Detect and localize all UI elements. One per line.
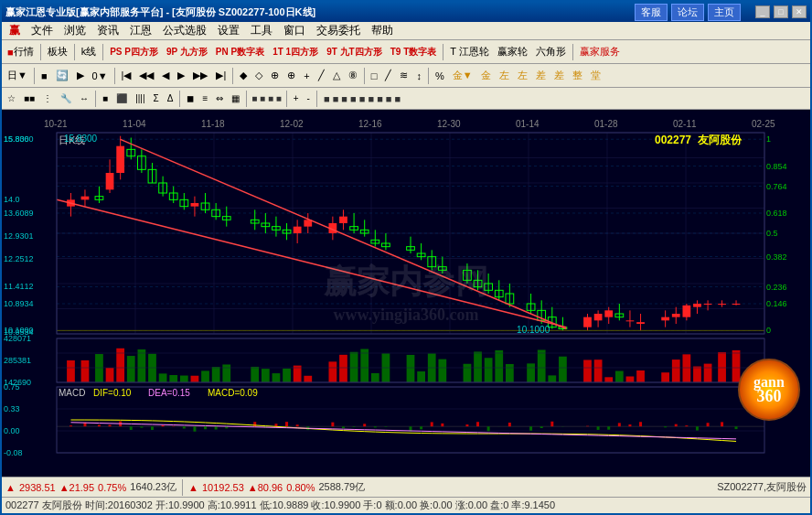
toolbar-row-2: 日▼ ■ 🔄 ▶ 0▼ |◀ ◀◀ ◀ ▶ ▶▶ ▶| ◆ ◇ ⊕ ⊕ + ╱ … <box>2 64 810 88</box>
toolbar-row-3: ☆ ■■ ⋮ 🔧 ↔ ■ ⬛ |||| Σ Δ ◼ ≡ ⇔ ▦ ■ ■ ■ ■ … <box>2 88 810 110</box>
tb-gold2[interactable]: 金 <box>477 66 495 86</box>
tb-ying-wheel[interactable]: 赢家轮 <box>494 42 531 62</box>
tb3-5[interactable]: ↔ <box>76 89 92 109</box>
tb-t1[interactable]: ◆ <box>236 66 251 86</box>
tb-draw3[interactable]: ≋ <box>396 66 411 86</box>
tb-gold5[interactable]: 差 <box>532 66 550 86</box>
tb-r4[interactable]: 0▼ <box>89 66 112 86</box>
menu-ying[interactable]: 赢 <box>4 22 26 39</box>
tb-9p-4[interactable]: 9P 九方形 <box>163 42 211 62</box>
tb-t9-num[interactable]: T9 T数字表 <box>387 42 441 62</box>
luntan-button[interactable]: 论坛 <box>671 4 704 21</box>
tb-gold6[interactable]: 差 <box>550 66 568 86</box>
index1-change: ▲21.95 <box>59 482 94 493</box>
tb-t6[interactable]: ╱ <box>315 66 328 86</box>
tb-nav1[interactable]: |◀ <box>118 66 135 86</box>
sep1 <box>40 44 41 60</box>
tb-day[interactable]: 日▼ <box>4 66 31 86</box>
tb-ying-service[interactable]: 赢家服务 <box>576 42 624 62</box>
tb-gold1[interactable]: 金▼ <box>449 66 476 86</box>
tb3-8[interactable]: |||| <box>132 89 148 109</box>
tb-draw4[interactable]: ↕ <box>412 66 425 86</box>
tb-gold4[interactable]: 左 <box>514 66 531 86</box>
tb-ps-4[interactable]: PS P四方形 <box>106 42 162 62</box>
tb-kline[interactable]: k线 <box>78 42 101 62</box>
index2-vol: 2588.79亿 <box>318 480 365 494</box>
status-bar-2: 002277 友阿股份 时间:20160302 开:10.9900 高:10.9… <box>2 497 810 513</box>
svg-text:360: 360 <box>757 387 782 405</box>
zhuye-button[interactable]: 主页 <box>708 4 741 21</box>
tb3-13[interactable]: ⇔ <box>212 89 227 109</box>
tb3-zoom-in[interactable]: + <box>290 89 303 109</box>
tb-9t-4[interactable]: 9T 九T四方形 <box>323 42 386 62</box>
tb-draw2[interactable]: ╱ <box>381 66 395 86</box>
tb-jiangen-wheel[interactable]: T 江恩轮 <box>446 42 493 62</box>
sep2 <box>74 44 75 60</box>
tb3-zoom-out[interactable]: - <box>304 89 314 109</box>
tb-t4[interactable]: ⊕ <box>283 66 299 86</box>
tb-gold8[interactable]: 堂 <box>587 66 604 86</box>
menu-formula[interactable]: 公式选股 <box>157 22 212 39</box>
tb3-11[interactable]: ◼ <box>183 89 198 109</box>
tb-t7[interactable]: △ <box>329 66 344 86</box>
index1-pct: 0.75% <box>98 482 126 493</box>
tb3-6[interactable]: ■ <box>99 89 112 109</box>
sep8 <box>232 68 233 84</box>
tb3-1[interactable]: ☆ <box>4 89 19 109</box>
tb-gold7[interactable]: 整 <box>569 66 586 86</box>
kefu-button[interactable]: 客服 <box>635 4 668 21</box>
chart-area[interactable]: 赢家内参网 www.yingjia360.com gann 360 <box>2 110 810 477</box>
sep7 <box>114 68 115 84</box>
tb-hexagon[interactable]: 六角形 <box>532 42 570 62</box>
tb-nav2[interactable]: ◀◀ <box>135 66 157 86</box>
tb-t3[interactable]: ⊕ <box>267 66 283 86</box>
tb3-2[interactable]: ■■ <box>20 89 38 109</box>
maximize-button[interactable]: □ <box>774 5 788 18</box>
tb3-10[interactable]: Δ <box>164 89 177 109</box>
tb3-12[interactable]: ≡ <box>198 89 211 109</box>
tb-nav3[interactable]: ◀ <box>158 66 173 86</box>
sep13 <box>246 91 247 107</box>
tb-r3[interactable]: ▶ <box>73 66 88 86</box>
close-button[interactable]: ✕ <box>792 5 807 18</box>
menu-browse[interactable]: 浏览 <box>59 22 91 39</box>
tb-bankuai[interactable]: 板块 <box>44 42 71 62</box>
menu-settings[interactable]: 设置 <box>212 22 245 39</box>
tb-nav5[interactable]: ▶▶ <box>189 66 211 86</box>
tb-pct[interactable]: % <box>432 66 448 86</box>
status-bar-1: ▲ 2938.51 ▲21.95 0.75% 1640.23亿 ▲ 10192.… <box>2 477 810 497</box>
tb-t8[interactable]: ⑧ <box>345 66 361 86</box>
tb-nav4[interactable]: ▶ <box>174 66 188 86</box>
menu-trade[interactable]: 交易委托 <box>311 22 366 39</box>
tb3-7[interactable]: ⬛ <box>112 89 131 109</box>
gann-logo: gann 360 <box>737 358 801 422</box>
sep3 <box>102 44 103 60</box>
sep5 <box>572 44 573 60</box>
index2-change: ▲80.96 <box>248 482 283 493</box>
menu-file[interactable]: 文件 <box>26 22 59 39</box>
tb3-9[interactable]: Σ <box>150 89 163 109</box>
tb3-4[interactable]: 🔧 <box>57 89 75 109</box>
tb-t5[interactable]: + <box>300 66 313 86</box>
tb-nav6[interactable]: ▶| <box>212 66 230 86</box>
menu-window[interactable]: 窗口 <box>278 22 311 39</box>
menu-help[interactable]: 帮助 <box>366 22 399 39</box>
sep6 <box>34 68 35 84</box>
menu-jiangen[interactable]: 江恩 <box>124 22 157 39</box>
menu-news[interactable]: 资讯 <box>91 22 124 39</box>
tb3-14[interactable]: ▦ <box>228 89 243 109</box>
tb-r2[interactable]: 🔄 <box>52 66 72 86</box>
tb-r1[interactable]: ■ <box>37 66 51 86</box>
sep9 <box>364 68 365 84</box>
minimize-button[interactable]: _ <box>755 5 770 18</box>
sep-status1 <box>182 479 183 496</box>
tb3-3[interactable]: ⋮ <box>39 89 56 109</box>
menu-tools[interactable]: 工具 <box>245 22 278 39</box>
tb-draw1[interactable]: □ <box>368 66 381 86</box>
tb-hangqing[interactable]: ■行情 <box>4 42 37 62</box>
main-chart-canvas[interactable] <box>2 110 810 477</box>
tb-gold3[interactable]: 左 <box>496 66 513 86</box>
tb-1t-4[interactable]: 1T 1四方形 <box>269 42 322 62</box>
tb-t2[interactable]: ◇ <box>251 66 266 86</box>
tb-pn-num[interactable]: PN P数字表 <box>212 42 268 62</box>
